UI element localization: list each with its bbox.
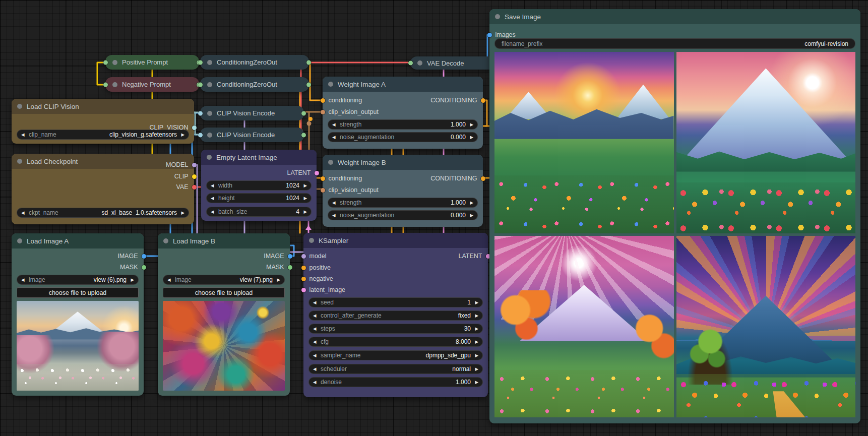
generated-image-4 [676,236,856,417]
node-weight-image-a[interactable]: Weight Image A conditioning CONDITIONING… [323,77,483,149]
output-slot-image[interactable]: IMAGE [117,251,146,261]
node-negative-prompt[interactable]: Negative Prompt [105,77,199,92]
node-conditioning-zero-out-1[interactable]: ConditioningZeroOut [200,55,309,70]
widget-cfg[interactable]: cfg 8.000 [308,337,483,347]
widget-batch-size[interactable]: batch_size 4 [206,207,312,217]
collapse-dot[interactable] [17,104,22,109]
collapse-dot[interactable] [207,155,212,160]
node-save-image[interactable]: Save Image images filename_prefix comfyu… [489,9,860,423]
saved-images-grid [494,52,855,417]
output-slot-latent[interactable]: LATENT [459,251,490,261]
collapse-dot[interactable] [207,133,212,138]
collapse-dot[interactable] [17,238,22,243]
widget-noise-augmentation[interactable]: noise_augmentation 0.000 [328,210,478,220]
widget-width[interactable]: width 1024 [206,180,312,191]
widget-clip-name[interactable]: clip_name clip_vision_g.safetensors [17,130,189,140]
output-slot-clip[interactable]: CLIP [174,171,197,181]
node-title: KSampler [319,237,348,244]
node-weight-image-b[interactable]: Weight Image B conditioning CONDITIONING… [323,155,483,227]
node-title: Weight Image B [338,159,386,166]
node-clip-vision-encode-1[interactable]: CLIP Vision Encode [200,106,304,120]
output-dot[interactable] [301,133,306,137]
output-dot[interactable] [306,82,311,87]
input-dot[interactable] [198,82,203,87]
output-slot-latent[interactable]: LATENT [287,168,319,178]
input-slot-clip-vision-output[interactable]: clip_vision_output [321,107,379,117]
input-dot[interactable] [198,133,203,137]
node-title: Empty Latent Image [216,154,277,161]
collapse-dot[interactable] [207,60,212,65]
node-load-image-a[interactable]: Load Image A IMAGE MASK image view (6).p… [12,233,144,396]
collapse-dot[interactable] [163,238,168,243]
node-title: CLIP Vision Encode [217,109,275,117]
output-dot[interactable] [301,111,306,115]
output-slot-conditioning[interactable]: CONDITIONING [430,95,485,105]
widget-steps[interactable]: steps 30 [308,324,483,334]
generated-image-2 [676,52,856,233]
output-dot[interactable] [306,60,311,65]
input-slot-clip-vision-output[interactable]: clip_vision_output [321,185,379,195]
input-slot-negative[interactable]: negative [301,274,333,284]
input-slot-model[interactable]: model [301,251,327,261]
widget-height[interactable]: height 1024 [206,193,312,203]
node-vae-decode[interactable]: VAE Decode [410,56,497,70]
widget-noise-augmentation[interactable]: noise_augmentation 0.000 [328,132,478,142]
widget-image[interactable]: image view (6).png [17,275,139,285]
node-title: Load Checkpoint [27,158,78,165]
output-slot-conditioning[interactable]: CONDITIONING [430,173,485,183]
widget-sampler-name[interactable]: sampler_name dpmpp_sde_gpu [308,350,483,360]
node-positive-prompt[interactable]: Positive Prompt [105,55,199,70]
collapse-dot[interactable] [112,82,117,87]
node-load-clip-vision[interactable]: Load CLIP Vision CLIP_VISION clip_name c… [12,99,194,144]
node-load-checkpoint[interactable]: Load Checkpoint MODEL CLIP VAE ckpt_name… [12,154,194,224]
node-title: Load CLIP Vision [27,103,79,110]
output-slot-vae[interactable]: VAE [176,182,196,192]
input-slot-latent-image[interactable]: latent_image [301,285,346,295]
collapse-dot[interactable] [309,238,314,243]
node-load-image-b[interactable]: Load Image B IMAGE MASK image view (7).p… [158,233,290,396]
node-graph-canvas[interactable]: Positive Prompt Negative Prompt Conditio… [0,0,868,436]
node-clip-vision-encode-2[interactable]: CLIP Vision Encode [200,128,304,142]
choose-file-button[interactable]: choose file to upload [17,287,139,298]
node-title: Negative Prompt [122,81,171,88]
node-ksampler[interactable]: KSampler model LATENT positive negative … [303,233,488,397]
widget-strength[interactable]: strength 1.000 [328,198,478,208]
collapse-dot[interactable] [495,14,500,19]
collapse-dot[interactable] [417,60,422,66]
input-slot-conditioning[interactable]: conditioning [321,173,362,183]
collapse-dot[interactable] [207,82,212,87]
input-dot[interactable] [198,111,203,115]
collapse-dot[interactable] [328,82,333,87]
node-empty-latent-image[interactable]: Empty Latent Image LATENT width 1024 hei… [201,150,317,221]
input-dot[interactable] [103,82,108,87]
output-slot-mask[interactable]: MASK [266,262,292,272]
collapse-dot[interactable] [328,160,333,165]
node-title: CLIP Vision Encode [217,131,275,139]
collapse-dot[interactable] [17,159,22,164]
collapse-dot[interactable] [112,60,117,65]
output-slot-mask[interactable]: MASK [120,262,146,272]
node-title: Load Image A [27,237,69,245]
widget-seed[interactable]: seed 1 [308,297,483,307]
input-dot[interactable] [103,60,108,65]
load-image-a-preview [17,301,139,391]
choose-file-button[interactable]: choose file to upload [163,287,285,298]
input-slot-conditioning[interactable]: conditioning [321,95,362,105]
node-title: VAE Decode [427,59,464,67]
widget-denoise[interactable]: denoise 1.000 [308,377,483,387]
output-slot-image[interactable]: IMAGE [264,251,292,261]
widget-image[interactable]: image view (7).png [163,275,285,285]
input-dot[interactable] [408,61,413,66]
node-title: ConditioningZeroOut [217,58,277,66]
widget-strength[interactable]: strength 1.000 [328,119,478,130]
widget-control-after-generate[interactable]: control_after_generate fixed [308,310,483,321]
generated-image-3 [494,236,674,417]
input-dot[interactable] [198,60,203,65]
collapse-dot[interactable] [207,111,212,116]
output-slot-model[interactable]: MODEL [166,160,196,170]
node-conditioning-zero-out-2[interactable]: ConditioningZeroOut [200,77,309,92]
widget-ckpt-name[interactable]: ckpt_name sd_xl_base_1.0.safetensors [17,208,189,218]
widget-scheduler[interactable]: scheduler normal [308,364,483,374]
input-slot-positive[interactable]: positive [301,263,331,273]
widget-filename-prefix[interactable]: filename_prefix comfyui-revision [494,38,855,49]
